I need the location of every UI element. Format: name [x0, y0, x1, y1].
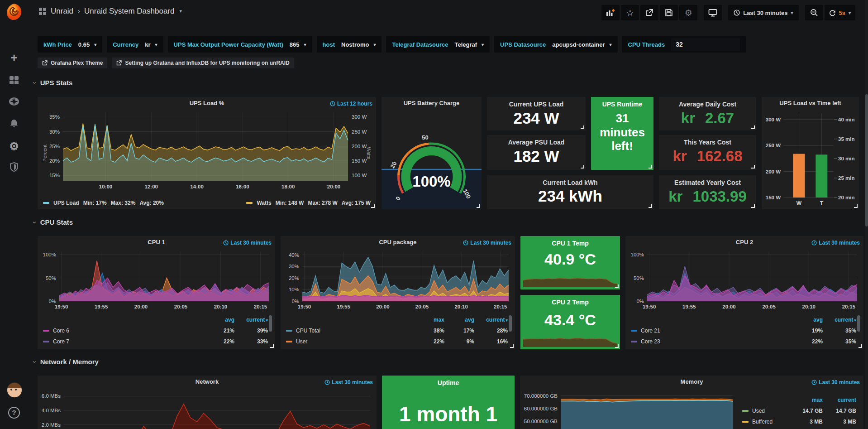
- cpu1-chart[interactable]: 0%50%100%19:5019:5520:0020:0520:1020:15: [39, 248, 273, 311]
- panel-title[interactable]: Uptime: [382, 379, 515, 386]
- legend-column-current[interactable]: current▾: [823, 317, 856, 323]
- variable-kwh-price[interactable]: kWh Price 0.65 ▾: [38, 36, 102, 53]
- legend-column-max[interactable]: max: [415, 317, 444, 323]
- variable-ups-max-output[interactable]: UPS Max Output Power Capacity (Watt) 865…: [168, 36, 312, 53]
- configuration-icon[interactable]: ⚙: [0, 137, 28, 155]
- panel-resize-handle[interactable]: [581, 125, 584, 129]
- scrollbar-thumb[interactable]: [865, 94, 868, 227]
- panel-title[interactable]: This Years Cost: [659, 139, 756, 146]
- panel-resize-handle[interactable]: [858, 344, 862, 348]
- panel-title[interactable]: CPU 2 Temp: [520, 299, 620, 306]
- server-admin-icon[interactable]: [0, 159, 28, 177]
- variable-host[interactable]: host Nostromo ▾: [317, 36, 382, 53]
- panel-resize-handle[interactable]: [751, 165, 755, 169]
- link-grafana-plex-theme[interactable]: Grafana Plex Theme: [38, 58, 107, 68]
- variable-ups-datasource[interactable]: UPS Datasource apcupsd-container ▾: [494, 36, 617, 53]
- battery-gauge[interactable]: 02050100100%: [382, 109, 482, 209]
- legend-row[interactable]: User 22% 9% 16%: [286, 336, 508, 347]
- time-range-picker[interactable]: Last 30 minutes ▾: [728, 5, 798, 20]
- legend-scrollbar[interactable]: [857, 315, 860, 332]
- panel-time-range[interactable]: Last 30 minutes: [811, 379, 860, 386]
- cpu-package-chart[interactable]: 0%10%20%30%40%19:5019:5520:0020:0520:102…: [282, 248, 513, 311]
- chevron-down-icon[interactable]: ▾: [179, 8, 182, 14]
- legend-column-avg[interactable]: avg: [793, 317, 823, 323]
- cycle-view-button[interactable]: [704, 5, 722, 20]
- panel-resize-handle[interactable]: [854, 204, 858, 208]
- panel-resize-handle[interactable]: [477, 204, 480, 208]
- panel-resize-handle[interactable]: [371, 204, 375, 208]
- panel-resize-handle[interactable]: [751, 125, 755, 129]
- legend-column-current[interactable]: current▾: [234, 317, 268, 323]
- legend-scrollbar[interactable]: [269, 315, 272, 332]
- legend-row[interactable]: Core 21 19% 35%: [631, 325, 856, 336]
- add-panel-button[interactable]: [601, 5, 620, 20]
- panel-time-range[interactable]: Last 30 minutes: [223, 240, 272, 246]
- zoom-out-button[interactable]: [805, 5, 823, 20]
- refresh-picker[interactable]: 5s ▾: [825, 5, 856, 20]
- panel-resize-handle[interactable]: [615, 344, 619, 348]
- breadcrumb-app[interactable]: Unraid: [51, 7, 73, 16]
- legend-row[interactable]: CPU Total 38% 17% 28%: [286, 325, 508, 336]
- network-chart[interactable]: 2.0 MBs4.0 MBs6.0 MBs: [39, 388, 375, 429]
- alerting-icon[interactable]: [0, 116, 28, 134]
- legend-row[interactable]: Core 23 22% 35%: [631, 336, 856, 347]
- panel-title[interactable]: CPU 1 Temp: [520, 240, 620, 247]
- panel-title[interactable]: UPS Load %: [38, 100, 376, 106]
- share-button[interactable]: [640, 5, 658, 20]
- panel-time-range[interactable]: Last 12 hours: [330, 101, 372, 107]
- panel-title[interactable]: Average PSU Load: [487, 139, 586, 146]
- legend-column-avg[interactable]: avg: [444, 317, 474, 323]
- scrollbar[interactable]: [865, 0, 868, 429]
- legend-column-current[interactable]: current▾: [474, 317, 508, 323]
- user-avatar[interactable]: [7, 382, 22, 398]
- legend-row[interactable]: Buffered 3 MB 3 MB: [742, 416, 856, 427]
- panel-title[interactable]: Current Load kWh: [487, 179, 653, 186]
- legend-column-current[interactable]: current: [823, 397, 856, 403]
- panel-resize-handle[interactable]: [510, 344, 514, 348]
- panel-title[interactable]: UPS Battery Charge: [382, 100, 482, 106]
- legend-column-avg[interactable]: avg: [205, 317, 234, 323]
- panel-resize-handle[interactable]: [270, 344, 274, 348]
- legend-column-max[interactable]: max: [793, 397, 823, 403]
- dashboard-settings-button[interactable]: ⚙: [679, 5, 697, 20]
- load-vs-time-chart[interactable]: 150 W200 W250 W300 W20 min25 min30 min35…: [762, 108, 859, 209]
- memory-chart[interactable]: 50.000000 GB60.000000 GB70.000000 GB: [521, 388, 737, 429]
- link-ups-monitoring-guide[interactable]: Setting up Grafana and InfluxDB for UPS …: [112, 58, 294, 68]
- breadcrumb-page-title[interactable]: Unraid System Dashboard: [84, 7, 174, 16]
- apps-grid-icon[interactable]: [38, 7, 47, 15]
- legend-item[interactable]: UPS Load Min: 17% Max: 32% Avg: 20%: [43, 200, 164, 206]
- section-network-memory[interactable]: › Network / Memory: [34, 358, 99, 366]
- section-cpu-stats[interactable]: › CPU Stats: [34, 218, 73, 226]
- legend-row[interactable]: Used 14.7 GB 14.7 GB: [742, 405, 856, 416]
- panel-resize-handle[interactable]: [649, 165, 652, 169]
- panel-time-range[interactable]: Last 30 minutes: [463, 240, 511, 246]
- panel-resize-handle[interactable]: [751, 204, 755, 208]
- panel-resize-handle[interactable]: [615, 284, 619, 288]
- create-icon[interactable]: +: [0, 48, 28, 67]
- grafana-logo-icon[interactable]: [5, 3, 23, 21]
- help-icon[interactable]: ?: [8, 407, 20, 419]
- panel-resize-handle[interactable]: [581, 165, 584, 169]
- variable-currency[interactable]: Currency kr ▾: [107, 36, 163, 53]
- dashboards-icon[interactable]: [0, 72, 28, 90]
- legend-row[interactable]: Core 7 22% 33%: [43, 336, 268, 347]
- panel-time-range[interactable]: Last 30 minutes: [811, 240, 860, 246]
- legend-row[interactable]: Core 6 21% 39%: [43, 325, 268, 336]
- legend-item[interactable]: Watts Min: 148 W Max: 278 W Avg: 175 W: [246, 200, 371, 206]
- cpu-threads-input[interactable]: [671, 38, 740, 51]
- explore-icon[interactable]: [0, 93, 28, 111]
- panel-time-range[interactable]: Last 30 minutes: [324, 379, 373, 386]
- panel-title[interactable]: UPS Load vs Time left: [762, 100, 859, 106]
- star-button[interactable]: ☆: [621, 5, 639, 20]
- save-button[interactable]: [660, 5, 678, 20]
- ups-load-chart[interactable]: 15%20%25%30%35%100 W150 W200 W250 W300 W…: [39, 109, 374, 191]
- panel-title[interactable]: Current UPS Load: [487, 101, 586, 108]
- section-ups-stats[interactable]: › UPS Stats: [34, 79, 72, 87]
- panel-title[interactable]: UPS Runtime: [591, 101, 653, 108]
- cpu2-chart[interactable]: 0%50%100%19:5019:5520:0020:0520:1020:15: [627, 248, 862, 311]
- variable-telegraf-datasource[interactable]: Telegraf Datasource Telegraf ▾: [386, 36, 490, 53]
- legend-scrollbar[interactable]: [509, 315, 512, 332]
- panel-title[interactable]: Estimated Yearly Cost: [659, 179, 756, 186]
- panel-resize-handle[interactable]: [649, 204, 652, 208]
- panel-title[interactable]: Average Daily Cost: [659, 101, 756, 108]
